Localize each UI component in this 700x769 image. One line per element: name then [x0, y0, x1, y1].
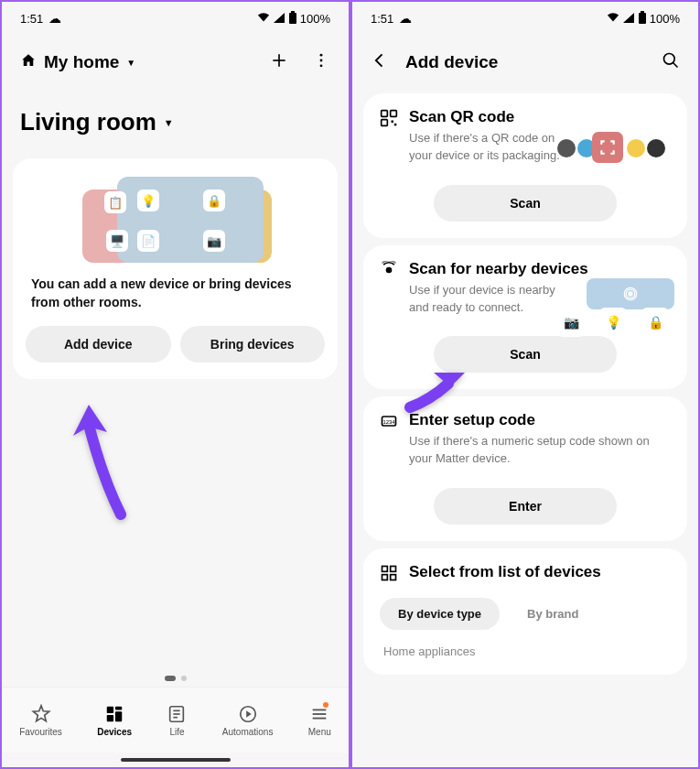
nav-devices[interactable]: Devices	[97, 704, 132, 737]
svg-point-29	[629, 292, 632, 296]
notification-badge	[323, 702, 328, 708]
empty-room-card: 📋💡🔒 🖥️📄📷 You can add a new device or bri…	[13, 158, 338, 379]
device-list-option: Select from list of devices By device ty…	[363, 548, 687, 675]
nav-favourites[interactable]: Favourites	[19, 704, 62, 737]
svg-rect-19	[641, 11, 644, 13]
devices-icon	[104, 704, 124, 724]
nav-label: Devices	[97, 727, 132, 737]
category-label: Home appliances	[383, 644, 667, 658]
setup-code-option: 1234 Enter setup code Use if there's a n…	[363, 396, 687, 541]
option-title: Enter setup code	[409, 411, 671, 429]
home-selector[interactable]: My home ▼	[20, 52, 135, 73]
star-icon	[31, 704, 51, 724]
more-button[interactable]	[312, 51, 330, 73]
svg-rect-9	[115, 711, 122, 721]
battery-icon	[638, 11, 647, 27]
option-title: Scan QR code	[409, 108, 574, 126]
nav-life[interactable]: Life	[167, 704, 187, 737]
weather-icon: ☁	[399, 11, 412, 26]
svg-text:1234: 1234	[383, 419, 396, 425]
nav-label: Menu	[308, 727, 331, 737]
tab-by-brand[interactable]: By brand	[509, 598, 597, 630]
svg-rect-10	[107, 714, 113, 720]
scan-nearby-option: Scan for nearby devices Use if your devi…	[363, 245, 687, 390]
svg-point-6	[320, 64, 323, 67]
svg-point-4	[320, 54, 323, 57]
pager[interactable]	[2, 666, 349, 687]
add-device-button[interactable]: Add device	[26, 326, 171, 363]
header: Add device	[352, 35, 698, 86]
option-desc: Use if there's a numeric setup code show…	[409, 433, 671, 468]
back-button[interactable]	[371, 51, 389, 73]
add-button[interactable]	[270, 51, 288, 73]
nav-automations[interactable]: Automations	[222, 704, 274, 737]
scan-qr-button[interactable]: Scan	[434, 185, 617, 222]
tab-by-device-type[interactable]: By device type	[380, 598, 500, 630]
phone-left: 1:51 ☁ 100% My home ▼	[0, 0, 350, 769]
svg-line-22	[673, 63, 678, 68]
header: My home ▼	[2, 35, 349, 84]
room-title: Living room	[20, 108, 156, 136]
svg-rect-35	[391, 567, 396, 572]
svg-rect-25	[382, 120, 388, 126]
option-title: Scan for nearby devices	[409, 260, 588, 278]
svg-rect-26	[392, 121, 394, 124]
battery-percent: 100%	[300, 12, 330, 26]
svg-rect-7	[107, 706, 113, 712]
svg-rect-20	[639, 13, 646, 24]
scan-qr-option: Scan QR code Use if there's a QR code on…	[363, 93, 687, 238]
svg-point-28	[387, 267, 392, 272]
nav-label: Favourites	[19, 727, 62, 737]
svg-rect-36	[382, 575, 388, 580]
page-title: Add device	[405, 52, 645, 72]
svg-rect-8	[115, 706, 122, 709]
option-title: Select from list of devices	[409, 563, 601, 581]
nav-menu[interactable]: Menu	[308, 704, 331, 737]
card-message: You can add a new device or bring device…	[26, 263, 325, 326]
chevron-down-icon: ▼	[126, 58, 135, 68]
room-selector[interactable]: Living room ▼	[2, 84, 349, 144]
home-label: My home	[44, 52, 119, 72]
battery-percent: 100%	[650, 12, 680, 26]
annotation-arrow	[70, 405, 144, 527]
svg-rect-0	[291, 11, 295, 13]
option-illustration	[537, 126, 674, 179]
pager-dot	[181, 676, 187, 681]
svg-rect-23	[382, 111, 388, 117]
enter-code-button[interactable]: Enter	[434, 488, 617, 525]
svg-rect-24	[391, 111, 397, 117]
svg-rect-37	[391, 575, 396, 580]
wifi-icon	[607, 12, 619, 26]
status-bar: 1:51 ☁ 100%	[2, 2, 349, 35]
code-icon: 1234	[380, 412, 398, 430]
option-illustration: 📷💡🔒	[537, 278, 674, 337]
status-time: 1:51	[371, 12, 393, 26]
automations-icon	[238, 704, 258, 724]
qr-icon	[380, 109, 398, 127]
battery-icon	[288, 11, 297, 27]
gesture-bar[interactable]	[121, 758, 231, 762]
svg-point-5	[320, 60, 323, 62]
svg-rect-34	[382, 567, 388, 572]
phone-right: 1:51 ☁ 100% Add device Scan QR code	[350, 0, 700, 769]
scan-nearby-button[interactable]: Scan	[434, 336, 617, 373]
search-button[interactable]	[662, 51, 680, 73]
svg-rect-27	[394, 124, 397, 126]
signal-icon	[273, 12, 285, 26]
life-icon	[167, 704, 187, 724]
status-time: 1:51	[20, 12, 43, 26]
svg-point-21	[664, 54, 675, 65]
status-bar: 1:51 ☁ 100%	[352, 2, 698, 35]
home-icon	[20, 52, 37, 73]
signal-icon	[622, 12, 635, 26]
pager-dot-active	[165, 676, 176, 681]
svg-rect-1	[289, 13, 296, 24]
options-list[interactable]: Scan QR code Use if there's a QR code on…	[352, 86, 698, 767]
radar-icon	[380, 261, 398, 279]
grid-icon	[380, 564, 398, 582]
nav-label: Life	[169, 727, 184, 737]
wifi-icon	[257, 12, 270, 26]
bring-devices-button[interactable]: Bring devices	[180, 326, 326, 363]
card-illustration: 📋💡🔒 🖥️📄📷	[26, 171, 325, 263]
nav-label: Automations	[222, 727, 274, 737]
